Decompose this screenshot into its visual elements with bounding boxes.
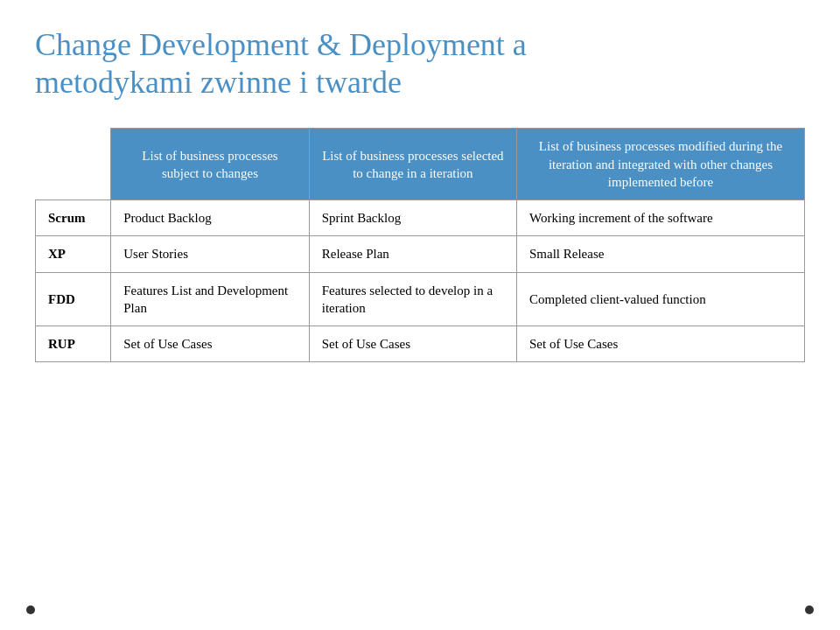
page-title: Change Development & Deployment a metody… <box>35 26 527 102</box>
row2-col2: Features selected to develop in a iterat… <box>309 272 516 326</box>
header-col2: List of business processes selected to c… <box>309 129 516 200</box>
row2-col3: Completed client-valued function <box>517 272 805 326</box>
bullet-left <box>26 606 35 614</box>
row1-col2: Release Plan <box>309 236 516 272</box>
table-row: XP User Stories Release Plan Small Relea… <box>36 236 805 272</box>
header-col3: List of business processes modified duri… <box>517 129 805 200</box>
header-col1: List of business processes subject to ch… <box>111 129 309 200</box>
method-scrum: Scrum <box>36 200 111 236</box>
bullet-right <box>805 606 814 614</box>
table-row: Scrum Product Backlog Sprint Backlog Wor… <box>36 200 805 236</box>
row1-col3: Small Release <box>517 236 805 272</box>
header-col0 <box>36 129 111 200</box>
row0-col1: Product Backlog <box>111 200 309 236</box>
main-table: List of business processes subject to ch… <box>35 128 805 362</box>
page: Change Development & Deployment a metody… <box>0 0 840 630</box>
row0-col3: Working increment of the software <box>517 200 805 236</box>
method-xp: XP <box>36 236 111 272</box>
method-rup: RUP <box>36 326 111 362</box>
bullet-row <box>0 606 840 614</box>
table-row: FDD Features List and Development Plan F… <box>36 272 805 326</box>
row0-col2: Sprint Backlog <box>309 200 516 236</box>
method-fdd: FDD <box>36 272 111 326</box>
row3-col2: Set of Use Cases <box>309 326 516 362</box>
row3-col1: Set of Use Cases <box>111 326 309 362</box>
row2-col1: Features List and Development Plan <box>111 272 309 326</box>
row1-col1: User Stories <box>111 236 309 272</box>
row3-col3: Set of Use Cases <box>517 326 805 362</box>
table-row: RUP Set of Use Cases Set of Use Cases Se… <box>36 326 805 362</box>
